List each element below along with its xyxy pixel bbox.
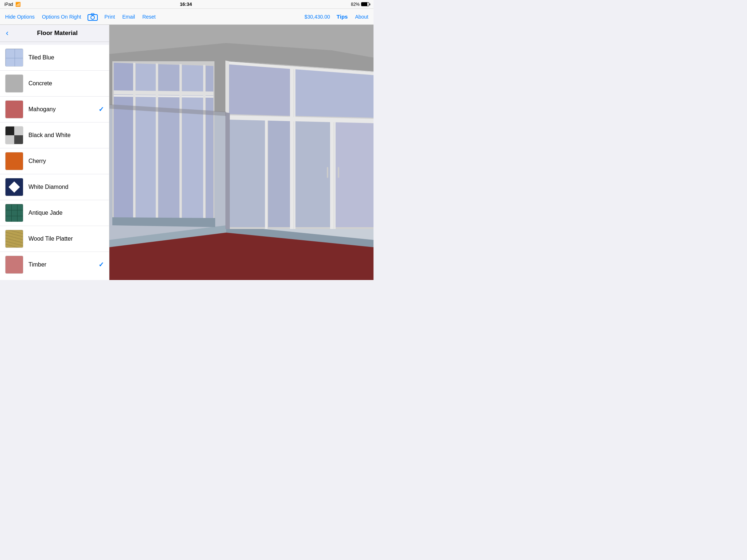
options-on-right-button[interactable]: Options On Right (41, 12, 82, 21)
svg-marker-29 (295, 119, 332, 227)
status-time: 16:34 (180, 1, 192, 7)
checkmark-mahogany: ✓ (98, 105, 104, 113)
svg-marker-13 (136, 63, 157, 218)
svg-marker-42 (225, 112, 230, 229)
material-item-cherry[interactable]: Cherry (0, 148, 109, 174)
material-thumb-mahogany (5, 100, 23, 118)
svg-rect-38 (338, 167, 339, 178)
material-thumb-wood-tile-platter (5, 230, 23, 248)
svg-marker-16 (206, 66, 213, 218)
material-item-white-diamond[interactable]: White Diamond (0, 174, 109, 200)
email-button[interactable]: Email (121, 12, 136, 21)
reset-button[interactable]: Reset (142, 12, 156, 21)
3d-view (109, 25, 374, 280)
battery-percent: 82% (351, 2, 360, 7)
material-item-tiled-blue[interactable]: Tiled Blue (0, 45, 109, 71)
material-name-tiled-blue: Tiled Blue (28, 54, 104, 61)
material-thumb-antique-jade (5, 204, 23, 222)
material-name-wood-tile-platter: Wood Tile Platter (28, 236, 104, 242)
svg-marker-27 (228, 118, 266, 227)
material-thumb-timber (5, 256, 23, 274)
svg-marker-30 (335, 121, 374, 227)
material-item-black-and-white[interactable]: Black and White (0, 122, 109, 148)
toolbar: Hide Options Options On Right Print Emai… (0, 9, 374, 25)
material-item-timber[interactable]: Timber✓ (0, 252, 109, 277)
main-layout: ‹ Floor Material Tiled BlueConcreteMahog… (0, 25, 374, 280)
svg-point-1 (91, 16, 94, 19)
svg-rect-37 (327, 167, 328, 178)
sidebar: ‹ Floor Material Tiled BlueConcreteMahog… (0, 25, 109, 280)
sidebar-title: Floor Material (11, 30, 103, 37)
sidebar-spacer (0, 42, 109, 45)
svg-marker-14 (158, 64, 181, 218)
svg-marker-15 (182, 65, 204, 218)
room-scene (109, 25, 374, 280)
material-item-wood-tile-platter[interactable]: Wood Tile Platter (0, 226, 109, 252)
print-button[interactable]: Print (104, 12, 116, 21)
back-button[interactable]: ‹ (6, 29, 8, 37)
material-name-timber: Timber (28, 261, 98, 268)
wifi-icon: 📶 (15, 2, 21, 7)
material-thumb-black-and-white (5, 126, 23, 144)
material-list: Tiled BlueConcreteMahogany✓Black and Whi… (0, 45, 109, 280)
checkmark-timber: ✓ (98, 261, 104, 269)
device-label: iPad (4, 2, 13, 7)
svg-marker-26 (295, 67, 374, 118)
price-display: $30,430.00 (305, 14, 330, 20)
material-name-antique-jade: Antique Jade (28, 210, 104, 216)
svg-marker-12 (114, 63, 134, 218)
status-bar: iPad 📶 16:34 82% (0, 0, 374, 9)
hide-options-button[interactable]: Hide Options (4, 12, 35, 21)
about-button[interactable]: About (354, 12, 369, 21)
svg-marker-28 (268, 118, 292, 227)
material-item-concrete[interactable]: Concrete (0, 71, 109, 97)
sidebar-header: ‹ Floor Material (0, 25, 109, 42)
material-thumb-tiled-blue (5, 48, 23, 67)
battery-icon (361, 2, 369, 6)
material-thumb-white-diamond (5, 178, 23, 196)
material-thumb-concrete (5, 74, 23, 93)
material-name-cherry: Cherry (28, 158, 104, 164)
material-name-white-diamond: White Diamond (28, 184, 104, 190)
status-right: 82% (351, 2, 369, 7)
camera-icon[interactable] (88, 13, 98, 21)
material-item-mahogany[interactable]: Mahogany✓ (0, 97, 109, 122)
svg-marker-25 (228, 63, 292, 116)
material-thumb-cherry (5, 152, 23, 170)
material-item-antique-jade[interactable]: Antique Jade (0, 200, 109, 226)
status-left: iPad 📶 (4, 2, 21, 7)
material-name-black-and-white: Black and White (28, 132, 104, 139)
material-name-mahogany: Mahogany (28, 106, 98, 113)
material-name-concrete: Concrete (28, 80, 104, 87)
tips-button[interactable]: Tips (336, 12, 349, 21)
